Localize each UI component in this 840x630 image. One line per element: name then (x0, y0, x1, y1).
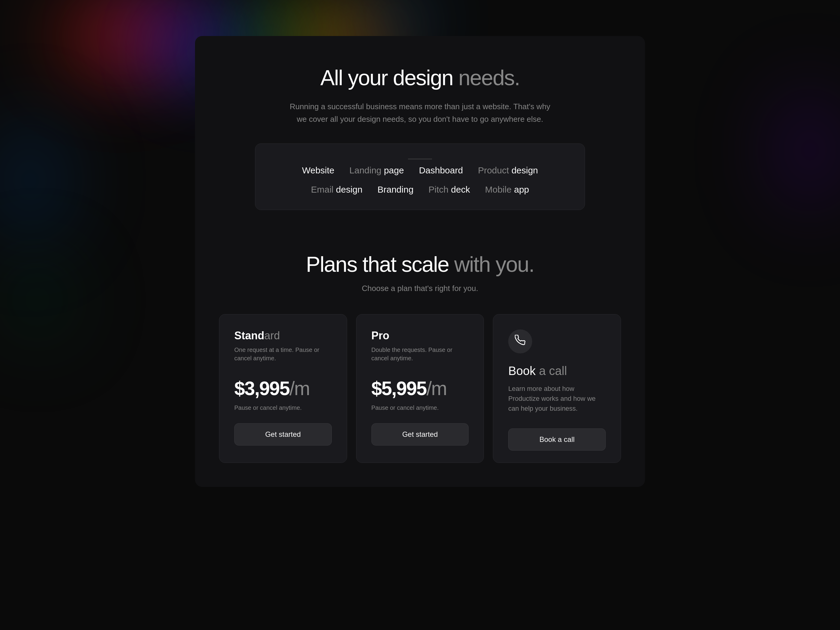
book-call-desc: Learn more about how Productize works an… (508, 384, 606, 414)
tags-row-2: Email design Branding Pitch deck Mobile … (279, 185, 561, 195)
phone-icon-container (508, 329, 532, 354)
blob-left-green (0, 240, 90, 360)
tag-mobile-app: Mobile app (485, 185, 529, 195)
title-highlight: needs. (458, 66, 519, 90)
get-started-standard-button[interactable]: Get started (234, 423, 332, 445)
tag-dashboard: Dashboard (419, 165, 463, 175)
plan-desc-standard: One request at a time. Pause or cancel a… (234, 346, 332, 362)
plans-section: Plans that scale with you. Choose a plan… (219, 246, 621, 463)
plan-card-standard: Standard One request at a time. Pause or… (219, 314, 347, 463)
design-section-subtitle: Running a successful business means more… (285, 101, 555, 125)
plans-section-title: Plans that scale with you. (219, 252, 621, 276)
book-card-inner: Book a call Learn more about how Product… (508, 329, 606, 451)
blob-right-purple (750, 60, 840, 240)
phone-icon (515, 335, 526, 348)
design-section-title: All your design needs. (219, 66, 621, 90)
plans-grid: Standard One request at a time. Pause or… (219, 314, 621, 463)
title-part1: All your design (321, 66, 458, 90)
tag-landing-page: Landing page (349, 165, 404, 175)
plan-billing-standard: Pause or cancel anytime. (234, 404, 332, 411)
tag-branding: Branding (377, 185, 414, 195)
plan-name-standard: Standard (234, 329, 332, 342)
tag-website: Website (302, 165, 335, 175)
plans-section-subtitle: Choose a plan that's right for you. (219, 284, 621, 293)
plan-price-pro: $5,995/m (371, 377, 469, 399)
plans-title-highlight: with you. (454, 252, 534, 276)
divider (408, 159, 432, 159)
plan-desc-pro: Double the requests. Pause or cancel any… (371, 346, 469, 362)
plan-billing-pro: Pause or cancel anytime. (371, 404, 469, 411)
content-card: All your design needs. Running a success… (195, 36, 645, 487)
plan-price-standard: $3,995/m (234, 377, 332, 399)
get-started-pro-button[interactable]: Get started (371, 423, 469, 445)
tag-pitch-deck: Pitch deck (428, 185, 470, 195)
plan-card-pro: Pro Double the requests. Pause or cancel… (356, 314, 484, 463)
plan-name-pro: Pro (371, 329, 469, 342)
tag-product-design: Product design (478, 165, 538, 175)
book-call-card: Book a call Learn more about how Product… (493, 314, 621, 463)
tags-row-1: Website Landing page Dashboard Product d… (279, 165, 561, 175)
plans-title-part1: Plans that scale (306, 252, 454, 276)
tags-container: Website Landing page Dashboard Product d… (255, 144, 585, 210)
tag-email-design: Email design (311, 185, 362, 195)
book-call-title: Book a call (508, 364, 606, 378)
book-call-button[interactable]: Book a call (508, 428, 606, 451)
